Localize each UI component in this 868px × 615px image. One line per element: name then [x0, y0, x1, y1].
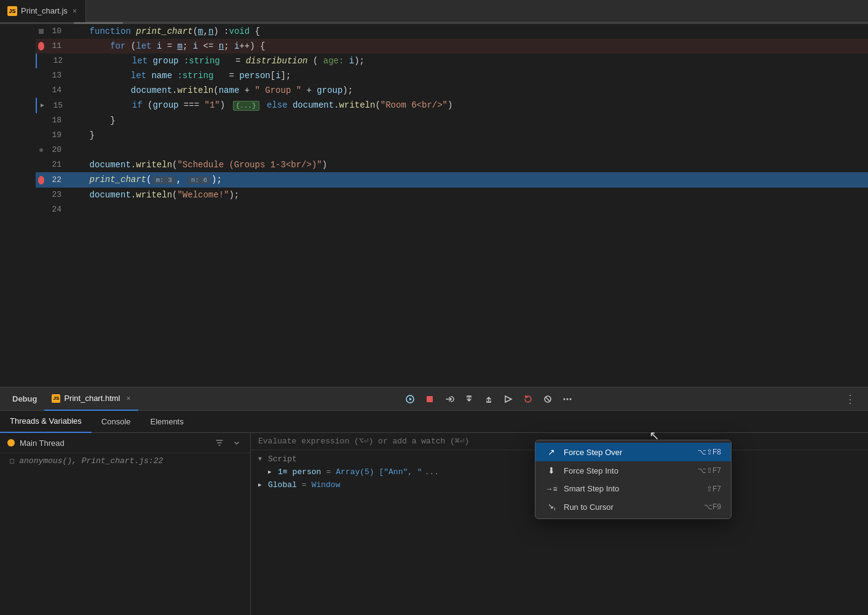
code-line-15: ▶ 15 if (group === "1") {...} else docum… — [36, 98, 868, 113]
tab-console[interactable]: Console — [92, 411, 141, 433]
code-line-18: 18 } — [36, 113, 868, 128]
force-step-over-icon: ↗ — [545, 447, 558, 457]
line-content-13[interactable]: let name :string = person[i]; — [69, 68, 868, 83]
code-line-10: 10 function print_chart(m,n) :void { — [36, 24, 868, 39]
line-num-12: 12 — [45, 54, 70, 68]
disconnect-button[interactable] — [539, 391, 556, 408]
code-line-12: 12 let group :string = distribution ( ag… — [36, 54, 868, 68]
person-value-trunc: ... — [425, 467, 439, 477]
frame-label: anonymous(), Print_chart.js:22 — [19, 456, 163, 466]
line-content-10[interactable]: function print_chart(m,n) :void { — [69, 24, 868, 39]
svg-point-6 — [570, 398, 572, 400]
code-line-21: 21 document.writeln("Schedule (Groups 1-… — [36, 157, 868, 172]
code-line-24: 24 — [36, 202, 868, 217]
line-num-21: 21 — [44, 157, 69, 172]
debug-tab-close[interactable]: × — [127, 394, 131, 403]
line-content-20 — [69, 143, 868, 157]
line-content-12[interactable]: let group :string = distribution ( age: … — [70, 54, 868, 68]
force-step-into-icon: ⬇ — [545, 466, 558, 475]
step-over-button[interactable] — [441, 391, 458, 408]
debug-tab-print-chart-html[interactable]: JS Print_chart.html × — [44, 387, 138, 411]
force-step-over-shortcut: ⌥⇧F8 — [698, 448, 721, 456]
stop-button[interactable] — [421, 391, 438, 408]
line-num-19: 19 — [44, 128, 69, 143]
code-container: 10 function print_chart(m,n) :void { 11 … — [0, 24, 868, 387]
line-content-11[interactable]: for (let i = m; i <= n; i++) { — [69, 39, 868, 54]
force-step-into-label: Force Step Into — [564, 466, 692, 475]
debug-content: Main Thread ▢ anonymous(), Print_chart.j… — [0, 433, 868, 615]
resume-button[interactable] — [401, 391, 419, 408]
expand-button[interactable] — [231, 437, 243, 449]
thread-status-dot — [7, 439, 15, 446]
breakpoint-22[interactable] — [38, 176, 44, 184]
line-content-18[interactable]: } — [69, 113, 868, 128]
debug-secondary-tabs: Threads & Variables Console Elements — [0, 411, 868, 433]
force-step-into-shortcut: ⌥⇧F7 — [698, 466, 721, 475]
filter-button[interactable] — [213, 437, 226, 449]
console-label: Console — [101, 417, 131, 426]
tab-filename: Print_chart.js — [21, 6, 68, 15]
code-line-19: 19 } — [36, 128, 868, 143]
menu-item-force-step-over[interactable]: ↗ Force Step Over ⌥⇧F8 — [535, 443, 731, 461]
thread-frame-item[interactable]: ▢ anonymous(), Print_chart.js:22 — [0, 453, 250, 469]
run-to-cursor-icon: ↘I — [545, 502, 558, 512]
line-num-13: 13 — [44, 68, 69, 83]
tab-elements[interactable]: Elements — [141, 411, 194, 433]
frame-icon: ▢ — [10, 456, 14, 466]
person-key: person — [293, 467, 322, 477]
more-options-button[interactable] — [559, 391, 576, 408]
threads-panel: Main Thread ▢ anonymous(), Print_chart.j… — [0, 433, 251, 615]
debug-tab-bar: Debug JS Print_chart.html × — [0, 387, 868, 411]
svg-rect-1 — [427, 396, 433, 402]
code-line-20: 20 — [36, 143, 868, 157]
debug-toolbar — [401, 391, 581, 408]
line-num-18: 18 — [44, 113, 69, 128]
var-list-icon: 1≡ — [278, 467, 288, 477]
line-content-23[interactable]: document.writeln("Welcome!"); — [69, 188, 868, 202]
line-content-21[interactable]: document.writeln("Schedule (Groups 1-3<b… — [69, 157, 868, 172]
global-key: Global — [268, 480, 297, 490]
global-equals: = — [302, 480, 307, 490]
line-num-15: 15 — [45, 98, 70, 113]
svg-point-4 — [564, 398, 566, 400]
js-file-icon: JS — [7, 6, 17, 16]
code-line-22: 22 print_chart(m: 3, n: 6); — [36, 172, 868, 188]
line-content-15[interactable]: if (group === "1") {...} else document.w… — [70, 98, 868, 113]
gutter-15: ▶ — [39, 98, 45, 113]
run-to-cursor-shortcut: ⌥F9 — [704, 502, 721, 511]
breakpoint-11[interactable] — [38, 42, 44, 50]
tab-close-button[interactable]: × — [71, 6, 78, 17]
threads-header: Main Thread — [0, 433, 250, 453]
gutter — [0, 24, 36, 387]
menu-item-smart-step-into[interactable]: →≡ Smart Step Into ⇧F7 — [535, 480, 731, 498]
smart-step-into-shortcut: ⇧F7 — [706, 485, 721, 493]
step-into-button[interactable] — [460, 391, 478, 408]
global-expand-arrow: ▶ — [258, 482, 266, 488]
run-to-cursor-button[interactable] — [500, 391, 517, 408]
debug-panel: Debug JS Print_chart.html × — [0, 387, 868, 615]
context-menu: ↗ Force Step Over ⌥⇧F8 ⬇ Force Step Into… — [535, 440, 732, 519]
equals-sign: = — [326, 467, 331, 477]
line-content-14[interactable]: document.writeln(name + " Group " + grou… — [69, 83, 868, 98]
editor-tab-print-chart-js[interactable]: JS Print_chart.js × — [0, 0, 86, 22]
line-num-14: 14 — [44, 83, 69, 98]
line-content-24 — [69, 202, 868, 217]
svg-line-3 — [546, 397, 550, 401]
line-content-22[interactable]: print_chart(m: 3, n: 6); — [69, 172, 868, 188]
run-to-cursor-label: Run to Cursor — [564, 502, 698, 512]
line-content-19[interactable]: } — [69, 128, 868, 143]
person-expand-arrow: ▶ — [268, 469, 275, 475]
panel-more-button[interactable]: ⋮ — [845, 392, 863, 406]
step-out-button[interactable] — [480, 391, 497, 408]
menu-item-run-to-cursor[interactable]: ↘I Run to Cursor ⌥F9 — [535, 498, 731, 516]
tab-threads-variables[interactable]: Threads & Variables — [0, 411, 92, 433]
restart-button[interactable] — [519, 391, 537, 408]
code-lines: 10 function print_chart(m,n) :void { 11 … — [36, 24, 868, 387]
person-value: Array(5) ["Ann", " — [336, 467, 422, 477]
menu-item-force-step-into[interactable]: ⬇ Force Step Into ⌥⇧F7 — [535, 461, 731, 480]
thread-name: Main Thread — [20, 438, 208, 448]
gutter-22 — [38, 176, 44, 184]
line-num-11: 11 — [44, 39, 69, 54]
script-section-label: Script — [268, 454, 297, 464]
dot-20 — [39, 148, 43, 152]
